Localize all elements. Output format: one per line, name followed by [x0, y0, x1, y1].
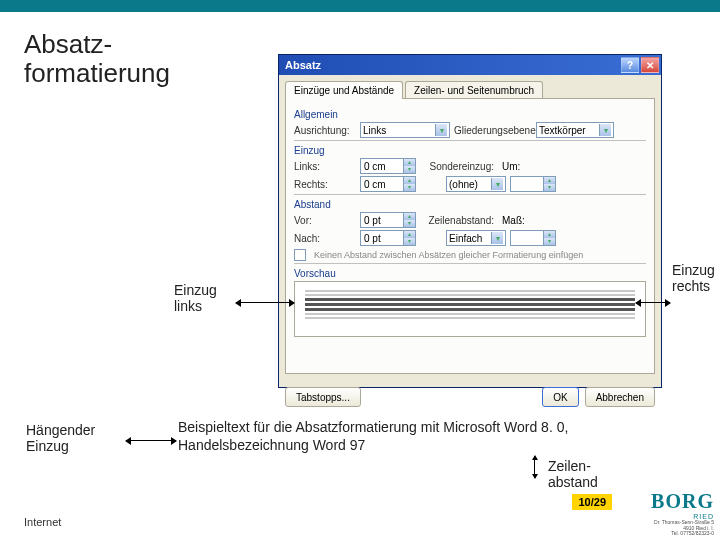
annotation-linespace: Zeilen-abstand [548, 458, 618, 490]
indent-right-label: Rechts: [294, 179, 356, 190]
ok-button[interactable]: OK [542, 387, 578, 407]
no-space-checkbox[interactable] [294, 249, 306, 261]
chevron-down-icon: ▾ [435, 124, 447, 136]
paragraph-dialog: Absatz ? ✕ Einzüge und Abstände Zeilen- … [278, 54, 662, 388]
indent-left-spin[interactable]: 0 cm▴▾ [360, 158, 416, 174]
arrow-linespace [534, 456, 535, 478]
outline-combo[interactable]: Textkörper▾ [536, 122, 614, 138]
slide-title: Absatz-formatierung [0, 12, 230, 87]
section-indent: Einzug [294, 145, 646, 156]
arrow-einzug-rechts [636, 302, 670, 303]
by-label: Um: [502, 161, 528, 172]
section-spacing: Abstand [294, 199, 646, 210]
before-label: Vor: [294, 215, 356, 226]
special-combo[interactable]: (ohne)▾ [446, 176, 506, 192]
after-spin[interactable]: 0 pt▴▾ [360, 230, 416, 246]
dialog-panel: Allgemein Ausrichtung: Links▾ Gliederung… [285, 98, 655, 374]
tab-indents[interactable]: Einzüge und Abstände [285, 81, 403, 99]
alignment-combo[interactable]: Links▾ [360, 122, 450, 138]
footer-internet: Internet [24, 516, 61, 528]
preview-box [294, 281, 646, 337]
tab-linebreaks[interactable]: Zeilen- und Seitenumbruch [405, 81, 543, 99]
preview-label: Vorschau [294, 268, 646, 279]
section-general: Allgemein [294, 109, 646, 120]
arrow-einzug-links [236, 302, 294, 303]
special-label: Sondereinzug: [420, 161, 498, 172]
linespacing-combo[interactable]: Einfach▾ [446, 230, 506, 246]
tabstops-button[interactable]: Tabstopps... [285, 387, 361, 407]
annotation-einzug-rechts: Einzugrechts [672, 262, 720, 294]
dialog-title: Absatz [285, 59, 321, 71]
chevron-down-icon: ▾ [599, 124, 611, 136]
no-space-label: Keinen Abstand zwischen Absätzen gleiche… [314, 250, 583, 260]
school-logo: BORG RIED Dr. Thomas-Senn-Straße 54910 R… [618, 490, 714, 534]
help-icon[interactable]: ? [621, 57, 639, 73]
outline-label: Gliederungsebene: [454, 125, 532, 136]
top-accent-bar [0, 0, 720, 12]
alignment-label: Ausrichtung: [294, 125, 356, 136]
by-spin[interactable]: ▴▾ [510, 176, 556, 192]
at-spin[interactable]: ▴▾ [510, 230, 556, 246]
chevron-down-icon: ▾ [491, 232, 503, 244]
example-text: Beispieltext für die Absatzformatierung … [178, 418, 648, 454]
page-number-badge: 10/29 [572, 494, 612, 510]
arrow-hanging [126, 440, 176, 441]
close-icon[interactable]: ✕ [641, 57, 659, 73]
annotation-hanging: HängenderEinzug [26, 422, 116, 454]
at-label: Maß: [502, 215, 528, 226]
indent-right-spin[interactable]: 0 cm▴▾ [360, 176, 416, 192]
dialog-tabs: Einzüge und Abstände Zeilen- und Seitenu… [279, 75, 661, 99]
before-spin[interactable]: 0 pt▴▾ [360, 212, 416, 228]
indent-left-label: Links: [294, 161, 356, 172]
chevron-down-icon: ▾ [491, 178, 503, 190]
annotation-einzug-links: Einzuglinks [174, 282, 234, 314]
dialog-titlebar: Absatz ? ✕ [279, 55, 661, 75]
cancel-button[interactable]: Abbrechen [585, 387, 655, 407]
linespacing-label: Zeilenabstand: [420, 215, 498, 226]
after-label: Nach: [294, 233, 356, 244]
